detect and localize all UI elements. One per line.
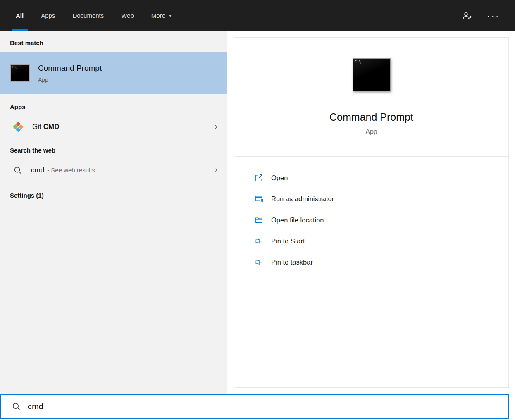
folder-icon xyxy=(254,215,264,225)
tab-apps[interactable]: Apps xyxy=(37,0,59,31)
best-match-text: Command Prompt App xyxy=(38,64,102,83)
git-label-match: CMD xyxy=(43,123,60,131)
search-bar[interactable] xyxy=(0,394,509,419)
apps-section-header: Apps xyxy=(0,103,227,110)
action-open-location-label: Open file location xyxy=(271,216,324,224)
more-options-icon[interactable]: ··· xyxy=(487,12,500,20)
tab-apps-label: Apps xyxy=(41,12,55,19)
git-label-prefix: Git xyxy=(32,123,41,131)
chevron-right-icon[interactable] xyxy=(212,167,219,174)
tab-all-label: All xyxy=(16,12,24,19)
web-hint: - See web results xyxy=(47,167,95,174)
preview-title: Command Prompt xyxy=(234,111,508,123)
tab-web[interactable]: Web xyxy=(117,0,138,31)
user-account-icon[interactable] xyxy=(462,11,472,21)
preview-panel: C:\_ Command Prompt App Open xyxy=(234,37,509,388)
best-match-result[interactable]: C:\_ Command Prompt App xyxy=(0,52,227,94)
results-panel: Best match C:\_ Command Prompt App Apps xyxy=(0,31,227,394)
action-run-admin-label: Run as administrator xyxy=(271,195,334,203)
tab-web-label: Web xyxy=(121,12,134,19)
chevron-down-icon: ▼ xyxy=(169,14,172,18)
tab-more[interactable]: More▼ xyxy=(147,0,176,31)
web-section-header: Search the web xyxy=(0,147,227,154)
divider xyxy=(234,156,508,157)
search-input[interactable] xyxy=(28,402,482,411)
cmd-icon-glyph: C:\_ xyxy=(12,66,18,69)
preview-subtitle: App xyxy=(234,128,508,136)
action-open-label: Open xyxy=(271,174,288,182)
tab-documents[interactable]: Documents xyxy=(68,0,108,31)
cmd-icon-glyph: C:\_ xyxy=(355,60,364,64)
tab-more-label: More xyxy=(151,12,165,19)
preview-header: C:\_ Command Prompt App xyxy=(234,38,508,136)
pin-icon xyxy=(254,258,264,267)
action-pin-taskbar-label: Pin to taskbar xyxy=(271,258,313,266)
best-match-title: Command Prompt xyxy=(38,64,102,73)
web-search-label: cmd- See web results xyxy=(31,166,95,174)
search-icon xyxy=(13,166,23,175)
action-pin-to-taskbar[interactable]: Pin to taskbar xyxy=(234,252,508,273)
command-prompt-icon: C:\_ xyxy=(10,64,30,82)
result-git-cmd[interactable]: GitCMD xyxy=(0,116,227,138)
action-open[interactable]: Open xyxy=(234,167,508,189)
open-icon xyxy=(254,173,264,183)
command-prompt-icon-large: C:\_ xyxy=(353,58,391,91)
search-icon xyxy=(12,402,21,412)
best-match-subtitle: App xyxy=(38,76,102,83)
action-pin-to-start[interactable]: Pin to Start xyxy=(234,231,508,252)
filter-tabs: All Apps Documents Web More▼ xyxy=(0,0,185,31)
result-web-search[interactable]: cmd- See web results xyxy=(0,160,227,181)
topbar-right-icons: ··· xyxy=(462,0,500,31)
git-cmd-label: GitCMD xyxy=(32,123,59,131)
action-pin-start-label: Pin to Start xyxy=(271,237,305,245)
tab-documents-label: Documents xyxy=(72,12,104,19)
windows-search-flyout: All Apps Documents Web More▼ ··· Best ma… xyxy=(0,0,515,420)
action-list: Open Run as administrator Open file l xyxy=(234,167,508,273)
chevron-right-icon[interactable] xyxy=(212,124,219,130)
search-filter-bar: All Apps Documents Web More▼ ··· xyxy=(0,0,515,31)
best-match-header: Best match xyxy=(0,39,227,46)
pin-icon xyxy=(254,236,264,246)
admin-shield-icon xyxy=(254,194,264,204)
action-run-as-administrator[interactable]: Run as administrator xyxy=(234,189,508,210)
tab-all[interactable]: All xyxy=(12,0,28,31)
web-query: cmd xyxy=(31,166,44,174)
git-icon xyxy=(12,121,24,133)
action-open-file-location[interactable]: Open file location xyxy=(234,210,508,231)
settings-section-header: Settings (1) xyxy=(0,192,227,199)
